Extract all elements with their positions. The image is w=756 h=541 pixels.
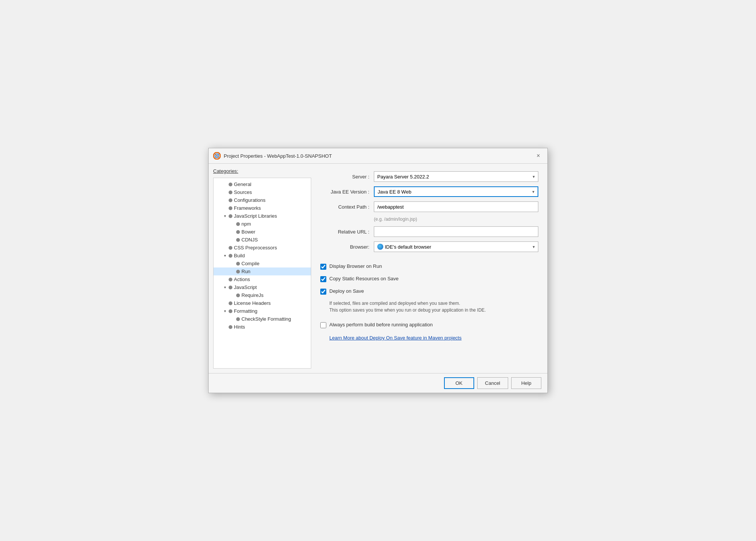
spacer — [230, 222, 235, 226]
deploy-on-save-checkbox[interactable] — [320, 289, 326, 295]
context-path-input[interactable] — [374, 201, 538, 212]
node-icon-npm — [236, 222, 240, 226]
tree-item-build[interactable]: ▾ Build — [214, 252, 311, 260]
learn-more-link[interactable]: Learn More about Deploy On Save feature … — [329, 335, 538, 341]
server-select-arrow: ▾ — [533, 174, 535, 179]
node-icon-general — [229, 183, 232, 186]
globe-icon — [377, 244, 383, 250]
tree-label-configurations: Configurations — [234, 197, 266, 203]
spacer — [320, 257, 538, 258]
ok-button[interactable]: OK — [444, 377, 474, 389]
javaee-select-text: Java EE 8 Web — [378, 189, 532, 195]
project-properties-dialog: Project Properties - WebAppTest-1.0-SNAP… — [208, 148, 548, 393]
categories-panel: Categories: General Sources — [213, 168, 311, 369]
copy-static-resources-row: Copy Static Resources on Save — [320, 275, 538, 283]
node-icon-frameworks — [229, 206, 232, 210]
tree-item-compile[interactable]: Compile — [214, 260, 311, 267]
javaee-row: Java EE Version : Java EE 8 Web ▾ — [320, 186, 538, 197]
tree-item-actions[interactable]: Actions — [214, 275, 311, 283]
display-browser-row: Display Browser on Run — [320, 263, 538, 270]
node-icon-compile — [236, 262, 240, 266]
spacer — [230, 293, 235, 298]
tree-item-run[interactable]: Run — [214, 267, 311, 275]
categories-label: Categories: — [213, 168, 311, 174]
deploy-on-save-label: Deploy on Save — [329, 288, 364, 294]
tree-item-formatting[interactable]: ▾ Formatting — [214, 307, 311, 315]
tree-item-javascript-libraries[interactable]: ▾ JavaScript Libraries — [214, 212, 311, 220]
node-icon-actions — [229, 278, 232, 281]
content-panel: Server : Payara Server 5.2022.2 ▾ Java E… — [316, 168, 543, 369]
categories-tree: General Sources Configurations — [213, 178, 311, 369]
javaee-select[interactable]: Java EE 8 Web ▾ — [374, 186, 538, 197]
display-browser-checkbox[interactable] — [320, 264, 326, 270]
tree-item-javascript[interactable]: ▾ JavaScript — [214, 283, 311, 291]
relative-url-label: Relative URL : — [320, 229, 369, 235]
tree-label-compile: Compile — [241, 261, 260, 266]
node-icon-sources — [229, 191, 232, 194]
copy-static-resources-checkbox[interactable] — [320, 276, 326, 282]
tree-label-checkstyle-formatting: CheckStyle Formatting — [241, 316, 291, 322]
copy-static-resources-label: Copy Static Resources on Save — [329, 276, 399, 281]
always-build-label: Always perform build before running appl… — [329, 322, 433, 327]
node-icon-cdnjs — [236, 238, 240, 242]
tree-label-license-headers: License Headers — [234, 300, 271, 306]
tree-label-cdnjs: CDNJS — [241, 237, 258, 243]
server-select[interactable]: Payara Server 5.2022.2 ▾ — [374, 171, 538, 182]
tree-item-css-preprocessors[interactable]: CSS Preprocessors — [214, 244, 311, 252]
dialog-body: Categories: General Sources — [209, 164, 547, 373]
tree-label-formatting: Formatting — [234, 308, 257, 314]
tree-item-checkstyle-formatting[interactable]: CheckStyle Formatting — [214, 315, 311, 323]
tree-item-frameworks[interactable]: Frameworks — [214, 204, 311, 212]
node-icon-formatting — [229, 309, 232, 313]
spacer — [230, 238, 235, 242]
tree-item-bower[interactable]: Bower — [214, 228, 311, 236]
node-icon-css-preprocessors — [229, 246, 232, 250]
tree-item-npm[interactable]: npm — [214, 220, 311, 228]
tree-item-general[interactable]: General — [214, 180, 311, 188]
tree-item-cdnjs[interactable]: CDNJS — [214, 236, 311, 244]
spacer — [230, 230, 235, 234]
tree-label-actions: Actions — [234, 277, 250, 282]
tree-item-configurations[interactable]: Configurations — [214, 196, 311, 204]
spacer — [223, 246, 227, 250]
browser-row: Browser: IDE's default browser ▾ — [320, 241, 538, 252]
spacer — [223, 301, 227, 306]
server-row: Server : Payara Server 5.2022.2 ▾ — [320, 171, 538, 182]
context-path-hint: (e.g. /admin/login.jsp) — [374, 217, 538, 222]
expand-icon-js-libraries: ▾ — [223, 214, 227, 218]
expand-icon-formatting: ▾ — [223, 309, 227, 314]
spacer — [223, 182, 227, 187]
tree-item-license-headers[interactable]: License Headers — [214, 299, 311, 307]
close-button[interactable]: × — [534, 151, 543, 160]
app-icon — [213, 152, 221, 160]
tree-label-build: Build — [234, 253, 245, 258]
tree-item-requirejs[interactable]: RequireJs — [214, 291, 311, 299]
expand-icon-build: ▾ — [223, 254, 227, 258]
title-bar: Project Properties - WebAppTest-1.0-SNAP… — [209, 148, 547, 164]
tree-label-javascript-libraries: JavaScript Libraries — [234, 213, 277, 219]
spacer — [223, 206, 227, 211]
node-icon-license-headers — [229, 301, 232, 305]
spacer — [230, 317, 235, 321]
dialog-footer: OK Cancel Help — [209, 373, 547, 393]
context-path-row: Context Path : — [320, 201, 538, 212]
help-button[interactable]: Help — [511, 377, 541, 389]
cancel-button[interactable]: Cancel — [477, 377, 508, 389]
tree-label-general: General — [234, 181, 251, 187]
node-icon-checkstyle-formatting — [236, 317, 240, 321]
display-browser-label: Display Browser on Run — [329, 263, 382, 269]
browser-select-text: IDE's default browser — [385, 244, 533, 250]
tree-label-run: Run — [241, 269, 250, 274]
tree-item-sources[interactable]: Sources — [214, 188, 311, 196]
dialog-title: Project Properties - WebAppTest-1.0-SNAP… — [224, 153, 531, 159]
tree-label-hints: Hints — [234, 324, 245, 330]
tree-label-sources: Sources — [234, 189, 252, 195]
tree-item-hints[interactable]: Hints — [214, 323, 311, 331]
relative-url-row: Relative URL : — [320, 226, 538, 237]
browser-select[interactable]: IDE's default browser ▾ — [374, 241, 538, 252]
always-build-checkbox[interactable] — [320, 322, 326, 328]
node-icon-javascript — [229, 286, 232, 289]
always-build-row: Always perform build before running appl… — [320, 321, 538, 329]
relative-url-input[interactable] — [374, 226, 538, 237]
server-label: Server : — [320, 174, 369, 180]
